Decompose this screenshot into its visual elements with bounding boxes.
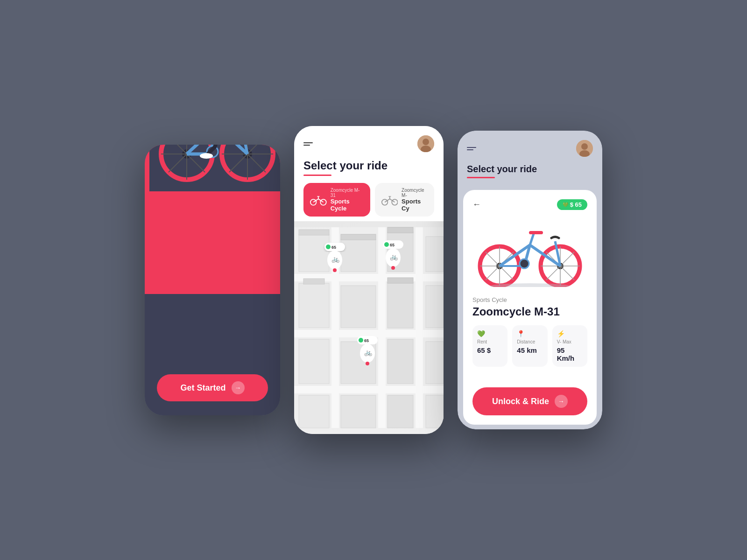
svg-rect-79 xyxy=(388,395,413,428)
svg-rect-67 xyxy=(299,283,329,328)
price-value: $ 65 xyxy=(570,201,582,208)
map-area[interactable]: 65 🚲 65 🚲 xyxy=(294,221,444,434)
svg-point-88 xyxy=(384,242,389,247)
page-title: Select your ride xyxy=(303,159,434,172)
rent-value: 65 $ xyxy=(477,346,503,354)
svg-text:🚲: 🚲 xyxy=(390,253,398,261)
ride-cards-row: Zoomcycle M-31 Sports Cycle xyxy=(303,183,434,217)
svg-rect-60 xyxy=(299,234,329,272)
bike-title: Zoomcycle M-31 xyxy=(472,305,587,318)
svg-rect-66 xyxy=(426,237,444,272)
back-button[interactable]: ← xyxy=(472,200,481,210)
svg-rect-69 xyxy=(341,286,376,328)
svg-text:65: 65 xyxy=(331,245,336,250)
avatar[interactable] xyxy=(417,135,434,152)
svg-point-123 xyxy=(520,259,529,268)
svg-rect-71 xyxy=(388,278,413,283)
get-started-label: Get Started xyxy=(180,383,226,393)
bike-image xyxy=(472,215,587,289)
svg-rect-78 xyxy=(341,395,376,428)
stat-speed: ⚡ V- Max 95 Km/h xyxy=(552,325,587,367)
menu-icon[interactable] xyxy=(303,142,313,146)
svg-rect-72 xyxy=(426,286,444,328)
svg-rect-75 xyxy=(388,339,413,384)
svg-point-47 xyxy=(381,199,387,205)
svg-point-86 xyxy=(333,268,337,272)
title-underline xyxy=(303,175,331,176)
rent-icon: 💚 xyxy=(477,330,503,337)
distance-value: 45 km xyxy=(517,346,543,354)
stat-distance: 📍 Distance 45 km xyxy=(512,325,547,367)
ride-card-inactive[interactable]: Zoomcycle M- Sports Cy xyxy=(375,183,435,217)
stats-row: 💚 Rent 65 $ 📍 Distance 45 km ⚡ V- Max 95… xyxy=(472,325,587,367)
speed-icon: ⚡ xyxy=(557,330,583,337)
svg-rect-62 xyxy=(341,239,376,272)
rent-label: Rent xyxy=(477,339,503,344)
svg-rect-121 xyxy=(529,231,543,234)
unlock-arrow: → xyxy=(555,395,568,408)
speed-value: 95 Km/h xyxy=(557,346,583,362)
svg-point-35 xyxy=(200,153,213,159)
svg-point-100 xyxy=(581,143,588,150)
unlock-ride-button[interactable]: Unlock & Ride → xyxy=(472,387,587,415)
svg-rect-77 xyxy=(299,395,329,428)
detail-card: ← 💚 $ 65 xyxy=(463,190,597,425)
svg-point-41 xyxy=(310,199,316,205)
svg-point-98 xyxy=(366,362,369,365)
svg-point-42 xyxy=(320,199,326,205)
card2-name: Sports Cy xyxy=(402,198,428,212)
svg-rect-76 xyxy=(426,342,444,384)
svg-text:65: 65 xyxy=(364,338,369,343)
svg-rect-65 xyxy=(388,227,413,233)
svg-point-39 xyxy=(423,139,429,145)
bike-subtitle: Sports Cycle xyxy=(472,296,587,303)
ride-card-active[interactable]: Zoomcycle M-31 Sports Cycle xyxy=(303,183,370,217)
menu-icon-3[interactable] xyxy=(467,147,476,150)
card1-name: Sports Cycle xyxy=(331,198,364,212)
speed-label: V- Max xyxy=(557,339,583,344)
unlock-label: Unlock & Ride xyxy=(492,397,549,406)
svg-rect-61 xyxy=(299,230,329,235)
svg-rect-59 xyxy=(416,227,423,428)
svg-rect-73 xyxy=(299,339,329,384)
svg-rect-80 xyxy=(426,395,444,428)
svg-line-120 xyxy=(530,234,534,245)
svg-point-82 xyxy=(326,245,331,249)
svg-point-92 xyxy=(391,266,395,270)
svg-rect-63 xyxy=(341,234,376,240)
title-underline-3 xyxy=(467,177,495,178)
svg-rect-58 xyxy=(378,227,386,428)
svg-rect-70 xyxy=(388,282,413,328)
card2-sublabel: Zoomcycle M- xyxy=(402,188,428,198)
stat-rent: 💚 Rent 65 $ xyxy=(472,325,507,367)
cyclist-illustration xyxy=(149,145,280,191)
svg-rect-68 xyxy=(303,279,324,284)
card1-sublabel: Zoomcycle M-31 xyxy=(331,188,364,198)
svg-text:🚲: 🚲 xyxy=(331,255,340,263)
get-started-arrow: → xyxy=(232,381,245,394)
avatar-3[interactable] xyxy=(576,140,593,157)
phone-map: Select your ride Zoomcycle M xyxy=(294,126,444,434)
phone-splash: CYCLE xyxy=(145,145,280,415)
page-title-3: Select your ride xyxy=(467,164,593,175)
distance-icon: 📍 xyxy=(517,330,543,337)
svg-text:🚲: 🚲 xyxy=(364,349,373,357)
get-started-button[interactable]: Get Started → xyxy=(157,374,268,401)
phones-container: CYCLE xyxy=(145,126,602,434)
svg-point-48 xyxy=(392,199,397,205)
svg-text:65: 65 xyxy=(390,243,395,247)
phone-detail: Select your ride ← 💚 $ 65 xyxy=(458,131,602,429)
price-badge: 💚 $ 65 xyxy=(557,199,587,210)
distance-label: Distance xyxy=(517,339,543,344)
svg-point-94 xyxy=(359,338,363,343)
